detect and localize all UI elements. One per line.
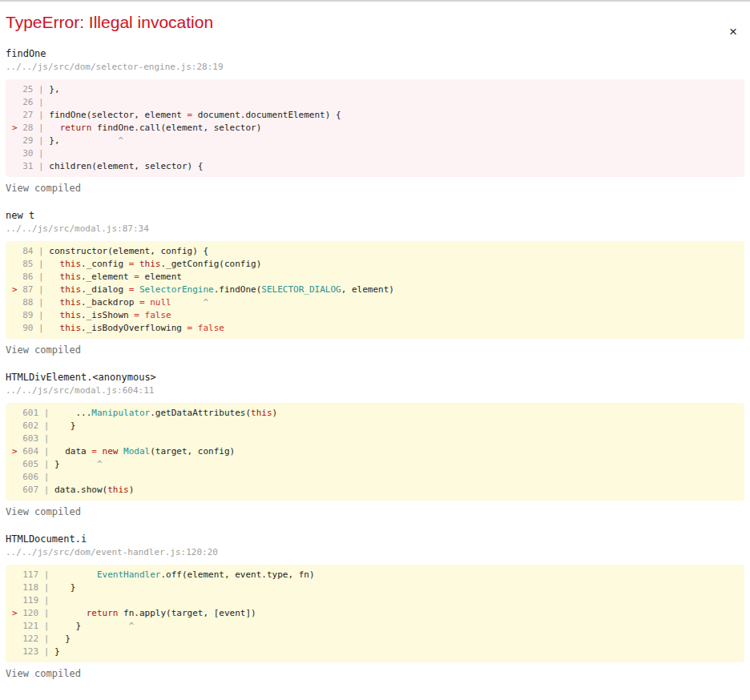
code-line: 606 | [12,471,738,484]
code-line: 121 | } ^ [12,620,738,633]
code-line: 30 | [12,147,738,160]
stack-frame: findOne ../../js/src/dom/selector-engine… [6,48,744,195]
code-line: 603 | [12,432,738,445]
code-line: > 120 | return fn.apply(target, [event]) [12,607,738,620]
code-line: 85 | this._config = this._getConfig(conf… [12,258,738,271]
stack-frame-source: ../../js/src/modal.js:604:11 [6,385,744,396]
top-border [0,0,750,2]
stack-frame: HTMLDivElement.<anonymous> ../../js/src/… [6,372,744,518]
code-line: 31 | children(element, selector) { [12,160,738,173]
code-line: 601 | ...Manipulator.getDataAttributes(t… [12,407,738,420]
code-line: > 28 | return findOne.call(element, sele… [12,122,738,135]
code-frame: 601 | ...Manipulator.getDataAttributes(t… [6,403,744,501]
stack-frame-source: ../../js/src/modal.js:87:34 [6,223,744,234]
code-line: 84 | constructor(element, config) { [12,245,738,258]
code-line: 122 | } [12,633,738,646]
error-line-marker: > [12,608,18,618]
code-line: 25 | }, [12,83,738,96]
code-line: 119 | [12,594,738,607]
code-line: 605 | } ^ [12,458,738,471]
error-overlay: TypeError: Illegal invocation × findOne … [0,12,750,700]
view-compiled-link[interactable]: View compiled [6,183,81,194]
error-title: TypeError: Illegal invocation [6,12,744,33]
stack-frame: new t ../../js/src/modal.js:87:34 84 | c… [6,210,744,356]
stack-frame-function: HTMLDivElement.<anonymous> [6,372,744,384]
code-line: 117 | EventHandler.off(element, event.ty… [12,569,738,581]
code-line: 86 | this._element = element [12,271,738,284]
code-line: 88 | this._backdrop = null ^ [12,296,738,309]
error-line-marker: > [12,446,18,457]
stack-frame-source: ../../js/src/dom/selector-engine.js:28:1… [6,62,744,72]
close-button[interactable]: × [729,25,737,38]
stack-frame-function: new t [6,210,744,222]
code-frame: 84 | constructor(element, config) { 85 |… [6,241,744,339]
code-line: 26 | [12,96,738,109]
view-compiled-link[interactable]: View compiled [6,668,81,679]
code-frame: 25 | }, 26 | 27 | findOne(selector, elem… [6,79,744,177]
code-line: 602 | } [12,420,738,432]
stack-frame: HTMLDocument.i ../../js/src/dom/event-ha… [6,533,744,680]
code-line: 90 | this._isBodyOverflowing = false [12,322,738,335]
error-line-marker: > [12,284,18,295]
view-compiled-link[interactable]: View compiled [6,506,81,517]
stack-frame-function: HTMLDocument.i [6,533,744,545]
stack-frame-function: findOne [6,48,744,60]
error-line-marker: > [12,123,18,133]
view-compiled-link[interactable]: View compiled [6,344,81,356]
code-line: > 604 | data = new Modal(target, config) [12,445,738,458]
code-line: 118 | } [12,581,738,594]
code-line: > 87 | this._dialog = SelectorEngine.fin… [12,284,738,296]
code-line: 89 | this._isShown = false [12,309,738,322]
code-line: 27 | findOne(selector, element = documen… [12,109,738,122]
close-icon: × [729,24,737,39]
code-line: 123 | } [12,646,738,658]
code-frame: 117 | EventHandler.off(element, event.ty… [6,565,744,662]
code-line: 29 | }, ^ [12,135,738,147]
stack-frame-source: ../../js/src/dom/event-handler.js:120:20 [6,547,744,557]
code-line: 607 | data.show(this) [12,484,738,497]
